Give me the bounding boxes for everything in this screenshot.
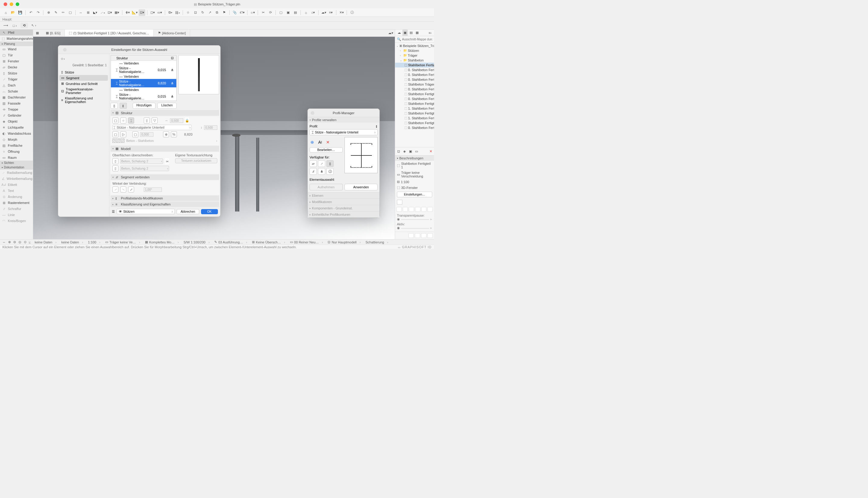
copy-icon[interactable]: ⧉	[214, 9, 220, 16]
tree-item[interactable]: ⬚1. Stahlbeton Fertig	[395, 106, 434, 111]
nav-cloud-icon[interactable]: ☁	[396, 29, 402, 36]
nav-tree[interactable]: ⌄▣Beispiele Stützen_Träger ›📁Stützen›📁Tr…	[395, 43, 434, 147]
measure-icon[interactable]: ↔	[77, 9, 84, 16]
win2-icon[interactable]: ▣	[285, 9, 292, 16]
opt3[interactable]: ▢	[132, 131, 138, 137]
offset-input[interactable]	[140, 132, 153, 137]
inject-icon[interactable]: ✏	[60, 9, 66, 16]
section-struktur[interactable]: ▨Struktur	[111, 110, 219, 116]
depth-input[interactable]	[204, 125, 217, 130]
tool-schale[interactable]: ⌓Schale	[0, 88, 33, 94]
close-icon[interactable]	[4, 2, 7, 6]
nb4[interactable]	[427, 233, 433, 238]
opt2[interactable]: ▯›	[120, 131, 126, 137]
angle1[interactable]: ⟋	[113, 186, 118, 193]
edit-button[interactable]: Bearbeiten…	[310, 147, 343, 153]
sb-s7[interactable]: ⊡ Nur Hauptmodell	[326, 240, 362, 244]
link1-icon[interactable]: ⫘	[165, 158, 169, 164]
cursor-icon[interactable]: ↖ ›	[30, 22, 37, 29]
shape-rect[interactable]: ▢	[113, 118, 118, 123]
tool-group-dokumentation[interactable]: Dokumentation	[0, 165, 33, 170]
tree-item[interactable]: ⌄📁Stahlbeton	[395, 58, 434, 63]
delete-profile-icon[interactable]: ✕	[325, 140, 331, 145]
seg-row[interactable]: ⌶Stütze - Nationalgalerie…8,820⋔	[111, 79, 176, 87]
rect-icon[interactable]: ▢	[67, 9, 74, 16]
delete-button[interactable]: Löschen	[157, 103, 177, 109]
rect2-icon[interactable]: ▭▾	[156, 9, 163, 16]
tool-wand[interactable]: ▭Wand	[0, 46, 33, 52]
anchor-icon[interactable]: ⊕	[163, 131, 169, 137]
opt1[interactable]: ▢	[113, 131, 118, 137]
col-side-segment[interactable]: ▭Segment	[60, 75, 108, 81]
ni6[interactable]	[427, 207, 433, 212]
roof2-icon[interactable]: ⌂▾	[310, 9, 316, 16]
tree-item[interactable]: ›📁Stützen	[395, 48, 434, 53]
save-icon[interactable]: 💾	[17, 9, 24, 16]
angle2[interactable]: ⟍	[120, 186, 126, 193]
win1-icon[interactable]: ▢	[277, 9, 284, 16]
clip-icon[interactable]: 📎	[232, 9, 238, 16]
tool-dachfenster[interactable]: ▦Dachfenster	[0, 94, 33, 100]
angle3[interactable]: ⤢	[128, 186, 134, 193]
tool-treppe[interactable]: ⌯Treppe	[0, 106, 33, 113]
ni3[interactable]	[409, 207, 414, 212]
panel-ic4[interactable]: ▭	[414, 148, 419, 155]
seg-row[interactable]: —Verbinden	[111, 87, 176, 92]
home-icon[interactable]: ⌂	[2, 9, 9, 16]
minimize-icon[interactable]	[10, 2, 13, 6]
rename-profile-icon[interactable]: AI	[318, 140, 323, 145]
export-icon[interactable]: ↗	[206, 9, 213, 16]
add-profile-icon[interactable]: ⊕	[310, 140, 315, 145]
avail-column[interactable]: ▯	[326, 160, 334, 167]
open-icon[interactable]: 📂	[10, 9, 16, 16]
add-button[interactable]: Hinzufügen	[133, 103, 156, 109]
tool-fenster[interactable]: ⊞Fenster	[0, 58, 33, 64]
sb-s6[interactable]: ▭ 00 Reiner Neu…	[289, 240, 324, 244]
tool-dach[interactable]: △Dach	[0, 82, 33, 88]
col-side-stütze[interactable]: ▯Stütze	[60, 69, 108, 75]
link-icon[interactable]: ⧉▾	[167, 9, 173, 16]
ni4[interactable]	[415, 207, 420, 212]
tool-träger[interactable]: ⟋Träger	[0, 76, 33, 82]
cloud-status-icon[interactable]: ☁▾	[386, 29, 395, 36]
snap4-icon[interactable]: ▦▾	[114, 9, 120, 16]
tool-rasterelement[interactable]: ⊞Rasterelement	[0, 200, 33, 206]
taper-yes[interactable]: ▽	[152, 118, 158, 123]
tool-wandabschluss[interactable]: ◐Wandabschluss	[0, 130, 33, 136]
prof-sec-modif[interactable]: Modifikatoren	[308, 198, 379, 205]
lock-icon[interactable]: 🔒	[185, 118, 189, 123]
panel-ic2[interactable]: ◈	[402, 148, 407, 155]
tool-linie[interactable]: —Linie	[0, 212, 33, 218]
tool-decke[interactable]: ▱Decke	[0, 64, 33, 70]
snap3-icon[interactable]: ⊡▾	[106, 9, 113, 16]
sb-s3[interactable]: S/W 1:100/200	[182, 240, 211, 244]
prof-section-verwalten[interactable]: Profile verwalten	[308, 117, 379, 122]
tool-stütze[interactable]: ▯Stütze	[0, 70, 33, 76]
tool-marquee[interactable]: ⬚Markierungsrahmen	[0, 36, 33, 42]
angle-input[interactable]	[144, 187, 162, 192]
tool-fassade[interactable]: ▥Fassade	[0, 100, 33, 106]
tree-item[interactable]: ⬚0. Stahlbeton Fertig	[395, 77, 434, 82]
snap1-icon[interactable]: ◣▾	[92, 9, 99, 16]
sb-z2[interactable]: ⊕	[8, 240, 11, 244]
tool-kreis/bogen[interactable]: ◠Kreis/Bogen	[0, 218, 33, 224]
tree-item[interactable]: ⬚0. Stahlbeton Fertig	[395, 87, 434, 92]
reset-textures-button[interactable]: Texturen zurücksetzen	[175, 158, 217, 163]
sb-z3[interactable]: ⊖	[13, 240, 16, 244]
mode-single[interactable]: ▯	[111, 103, 118, 109]
ni2[interactable]	[403, 207, 408, 212]
box-icon[interactable]: ⊡	[192, 9, 199, 16]
tool-freifläche[interactable]: ▨Freifläche	[0, 143, 33, 148]
desc-header[interactable]: Beschreibungen	[395, 156, 434, 161]
ni1[interactable]	[396, 207, 402, 212]
reload-icon[interactable]: ↻	[199, 9, 206, 16]
sb-nodata2[interactable]: keine Daten	[60, 240, 84, 244]
tool-radialbemaßung[interactable]: ⟋Radialbemaßung	[0, 170, 33, 176]
tree-item[interactable]: ⬚Stahlbeton Fertigte	[395, 120, 434, 125]
scissors-icon[interactable]: ✂	[260, 9, 267, 16]
cube-icon[interactable]: ◻▾	[149, 9, 156, 16]
search-input[interactable]	[402, 38, 432, 41]
shape-circle[interactable]: ○	[120, 118, 126, 123]
info-icon[interactable]: ⓘ	[349, 9, 355, 16]
sb-z1[interactable]: ↔	[2, 240, 6, 244]
